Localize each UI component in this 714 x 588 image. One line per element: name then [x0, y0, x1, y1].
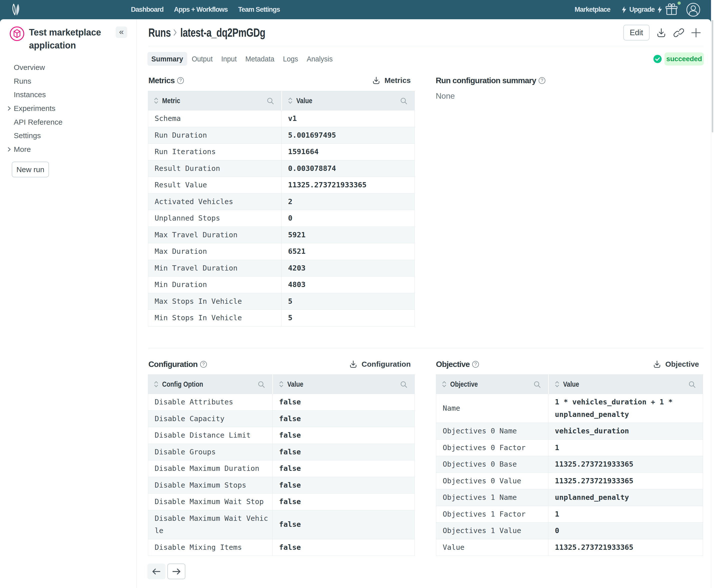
cell-name: Max Stops In Vehicle	[148, 293, 281, 310]
cell-name: Disable Groups	[148, 444, 272, 460]
objective-help-icon[interactable]: ?	[472, 361, 479, 368]
cell-name: Disable Maximum Stops	[148, 477, 272, 493]
cell-value: false	[272, 493, 415, 510]
table-row: Result Value11325.273721933365	[148, 177, 415, 194]
search-icon[interactable]	[400, 381, 407, 388]
previous-page-button[interactable]	[147, 564, 165, 579]
sidebar-item-api-reference[interactable]: API Reference	[0, 115, 136, 129]
upgrade-button[interactable]: Upgrade	[621, 0, 663, 19]
configuration-table: Config OptionValueDisable Attributesfals…	[148, 374, 415, 556]
table-row: Disable Maximum Wait Vehiclefalse	[148, 510, 415, 539]
sidebar-item-runs[interactable]: Runs	[0, 75, 136, 88]
column-header-value[interactable]: Value	[282, 91, 415, 110]
arrow-left-icon	[152, 568, 161, 575]
status-badge: succeeded	[665, 52, 704, 65]
search-icon[interactable]	[400, 97, 407, 105]
cell-value: 0.003078874	[281, 160, 415, 177]
sort-icon[interactable]	[554, 380, 560, 388]
cell-name: Objectives 1 Factor	[436, 506, 548, 523]
sort-icon[interactable]	[278, 380, 284, 388]
sort-icon[interactable]	[441, 380, 447, 388]
navbar-right: Marketplace Upgrade	[0, 0, 711, 19]
table-row: Disable Groupsfalse	[148, 444, 415, 461]
tab-logs[interactable]: Logs	[279, 52, 302, 66]
objective-section-header: Objective ?	[436, 360, 479, 369]
table-row: Value11325.273721933365	[436, 539, 703, 556]
table-row: Max Duration6521	[148, 243, 415, 260]
table-row: Schemav1	[148, 110, 415, 127]
cell-name: Max Duration	[148, 243, 281, 260]
sidebar-item-settings[interactable]: Settings	[0, 129, 136, 143]
sort-icon[interactable]	[153, 380, 159, 388]
download-metrics-link[interactable]: Metrics	[372, 76, 411, 85]
sort-icon[interactable]	[153, 97, 159, 104]
cell-name: Min Duration	[148, 276, 281, 293]
new-run-button[interactable]: New run	[12, 162, 49, 177]
cell-value: false	[272, 477, 415, 493]
tab-input[interactable]: Input	[217, 52, 241, 66]
sidebar-item-label: Runs	[14, 77, 31, 85]
cell-name: Objectives 0 Value	[436, 473, 548, 489]
column-header-value[interactable]: Value	[273, 374, 415, 394]
next-page-button[interactable]	[167, 564, 185, 579]
sidebar-item-overview[interactable]: Overview	[0, 61, 136, 75]
tab-metadata[interactable]: Metadata	[241, 52, 278, 66]
cell-value: false	[272, 394, 415, 411]
upgrade-label: Upgrade	[629, 6, 654, 14]
table-row: Disable Maximum Stopsfalse	[148, 477, 415, 494]
cell-value: false	[272, 411, 415, 427]
sidebar-collapse-button[interactable]: «	[115, 26, 127, 38]
cell-value: 1 * vehicles_duration + 1 * unplanned_pe…	[548, 394, 703, 423]
download-configuration-link[interactable]: Configuration	[349, 360, 411, 369]
column-header-config-option[interactable]: Config Option	[148, 374, 272, 394]
search-icon[interactable]	[267, 97, 274, 105]
column-header-objective[interactable]: Objective	[436, 374, 548, 394]
column-header-metric[interactable]: Metric	[148, 91, 281, 110]
column-header-value[interactable]: Value	[549, 374, 703, 394]
add-icon[interactable]	[691, 27, 701, 38]
sidebar-item-label: API Reference	[14, 118, 62, 126]
search-icon[interactable]	[257, 381, 265, 388]
notification-dot	[677, 1, 681, 5]
edit-button[interactable]: Edit	[623, 25, 650, 40]
download-run-icon[interactable]	[656, 27, 667, 38]
download-icon	[372, 76, 380, 85]
table-row: Disable Attributesfalse	[148, 394, 415, 411]
tab-analysis[interactable]: Analysis	[303, 52, 337, 66]
download-icon	[349, 360, 357, 369]
search-icon[interactable]	[688, 381, 696, 388]
search-icon[interactable]	[533, 381, 541, 388]
breadcrumb-runs[interactable]: Runs	[148, 26, 171, 40]
user-avatar-icon[interactable]	[686, 2, 700, 17]
sort-icon[interactable]	[288, 97, 293, 104]
run-config-summary-header: Run configuration summary ?	[436, 76, 545, 85]
cell-name: Objectives 1 Value	[436, 523, 548, 539]
sidebar-item-experiments[interactable]: Experiments	[0, 102, 136, 115]
cell-name: Objectives 1 Name	[436, 489, 548, 506]
tab-summary[interactable]: Summary	[147, 52, 187, 66]
table-row: Objectives 1 Factor1	[436, 506, 703, 523]
run-config-summary-help-icon[interactable]: ?	[539, 77, 545, 84]
run-tabs: SummaryOutputInputMetadataLogsAnalysis	[147, 52, 337, 66]
gifts-button[interactable]	[665, 3, 678, 16]
sidebar-item-more[interactable]: More	[0, 143, 136, 156]
chevron-right-icon	[7, 146, 11, 153]
cell-value: 1	[548, 506, 703, 523]
cell-name: Min Stops In Vehicle	[148, 310, 281, 326]
copy-link-icon[interactable]	[674, 27, 684, 38]
metrics-title: Metrics	[148, 76, 175, 85]
configuration-help-icon[interactable]: ?	[200, 361, 207, 368]
tab-output[interactable]: Output	[188, 52, 216, 66]
table-row: Objectives 0 Namevehicles_duration	[436, 423, 703, 440]
metrics-help-icon[interactable]: ?	[177, 77, 184, 84]
cell-value: v1	[281, 110, 415, 127]
download-metrics-label: Metrics	[384, 76, 411, 85]
sidebar-item-instances[interactable]: Instances	[0, 88, 136, 102]
sidebar-item-label: Settings	[14, 131, 41, 140]
nav-link-marketplace[interactable]: Marketplace	[574, 0, 610, 19]
download-objective-link[interactable]: Objective	[653, 360, 699, 369]
scrollbar-track[interactable]	[711, 0, 714, 588]
cell-name: Disable Maximum Wait Stop	[148, 493, 272, 510]
scrollbar-thumb[interactable]	[712, 20, 713, 132]
column-label: Value	[287, 380, 303, 388]
